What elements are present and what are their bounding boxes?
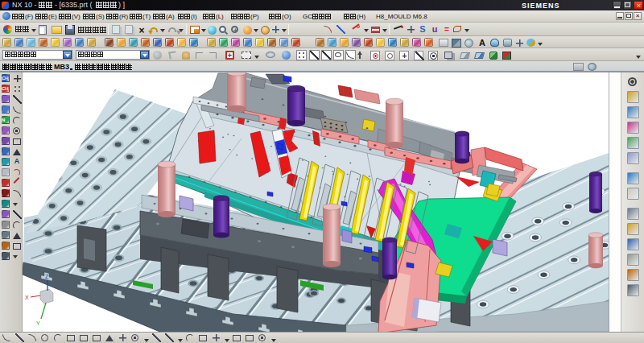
svg-text:Y: Y [36,320,40,326]
svg-text:Z: Z [45,274,49,279]
svg-text:X: X [25,295,29,300]
